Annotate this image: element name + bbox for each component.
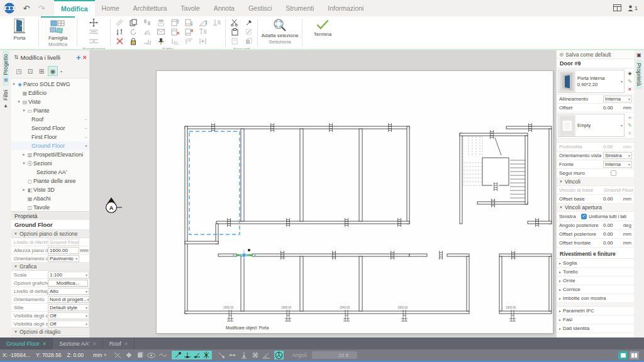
tree-item-piante-delle-aree[interactable]: ◻Piante delle aree <box>11 177 89 185</box>
justify-high-button[interactable] <box>182 36 196 46</box>
tab-modifica[interactable]: Modifica <box>54 0 95 16</box>
diamond-snap-toggle[interactable] <box>124 351 133 359</box>
angle-input[interactable]: 22.5 <box>312 351 357 359</box>
tree-item-piante[interactable]: ▾▭Piante <box>11 106 89 115</box>
distribute-h-button[interactable] <box>196 36 209 46</box>
view-tab-ground-floor[interactable]: Ground Floor× <box>0 337 53 349</box>
tree-item-sezioni[interactable]: ▾ⒶSezioni <box>11 159 89 168</box>
section-grafica[interactable]: ▼Grafica <box>11 263 89 271</box>
attach-base-button[interactable] <box>182 18 196 27</box>
close-tab-icon[interactable]: × <box>125 341 128 347</box>
orientamento-nord-select[interactable]: Nord di progett...▾ <box>48 296 89 303</box>
attach-top-button[interactable] <box>168 18 182 27</box>
section-vincoli[interactable]: ▼Vincoli <box>557 178 634 186</box>
single-view-button[interactable] <box>618 351 628 359</box>
split-view-button[interactable] <box>630 351 639 359</box>
snap-parallel-toggle[interactable] <box>228 351 237 359</box>
visibilita-select-1[interactable]: Off▾ <box>48 312 89 319</box>
tree-item-abachi[interactable]: ▦Abachi <box>11 194 89 203</box>
eyedropper-button[interactable] <box>242 18 255 27</box>
altezza-piano-input[interactable]: 1600.00 <box>48 247 79 254</box>
section-cornice[interactable]: ▸Cornice <box>557 285 634 294</box>
sidebar-tab-proprieta[interactable]: Proprietà <box>636 60 642 89</box>
snap-node-toggle[interactable] <box>239 351 248 359</box>
offset-frontale-input[interactable]: 0.00 <box>603 240 622 246</box>
close-tab-icon[interactable]: × <box>43 341 46 347</box>
remove-empty-icon[interactable]: × <box>628 130 631 136</box>
section-imbotte[interactable]: ▸Imbotte con mostra <box>557 294 634 303</box>
close-tab-icon[interactable]: × <box>93 341 96 347</box>
opzioni-grafiche-button[interactable]: Modifica... <box>48 280 88 287</box>
visibilita-select-2[interactable]: Off▾ <box>48 321 89 327</box>
align-center-button[interactable] <box>87 36 101 46</box>
detach-top-button[interactable] <box>168 27 182 36</box>
section-ornie[interactable]: ▸Ornie <box>557 277 634 285</box>
tree-item-viste[interactable]: ▾▤Viste <box>11 97 89 106</box>
selected-room-outline[interactable] <box>189 131 240 234</box>
tree-item-ground-floor[interactable]: Ground Floor▾ <box>11 141 89 150</box>
protractor-toggle[interactable] <box>262 351 271 359</box>
user-indicator[interactable]: 1 <box>628 5 638 11</box>
align-top-button[interactable] <box>196 27 209 36</box>
drawing-canvas[interactable]: A <box>90 50 556 337</box>
tab-home[interactable]: Home <box>95 0 126 16</box>
porta-button[interactable]: Porta <box>3 16 36 41</box>
envelope-button[interactable] <box>154 27 168 36</box>
mirror-tool-button[interactable] <box>140 27 154 36</box>
copy-tool-button[interactable] <box>126 18 140 27</box>
edit-off-toggle[interactable] <box>113 351 122 359</box>
offset-input[interactable]: 0.00 <box>603 105 622 111</box>
panel-pin-icon[interactable]: ▣ <box>636 50 641 60</box>
hatch-tool-button[interactable] <box>113 18 126 27</box>
tab-gestisci[interactable]: Gestisci <box>242 0 279 16</box>
unit-dropdown[interactable]: mm▼ <box>93 352 107 358</box>
snap-perpendicular-toggle[interactable] <box>192 351 201 359</box>
snap-nearest-toggle[interactable] <box>216 351 226 359</box>
dettaglio-select[interactable]: Alto▾ <box>48 288 89 295</box>
adatta-selezione-button[interactable]: Adatta selezione <box>260 16 300 38</box>
remove-door-icon[interactable]: × <box>628 86 631 92</box>
stile-select[interactable]: Default style▾ <box>48 304 89 311</box>
favorite-icon[interactable]: ★ <box>627 114 632 121</box>
tab-architettura[interactable]: Architettura <box>126 0 174 16</box>
visibility-toggle[interactable] <box>147 351 156 359</box>
tree-item-prospetti[interactable]: ▸▥Prospetti/Elevazioni <box>11 150 89 159</box>
tree-item-first-floor[interactable]: First Floor~ <box>11 133 89 141</box>
toolbar-dropdown-caret[interactable]: ▾ <box>60 69 62 74</box>
drawing-sheet[interactable]: 1900.00 1900.00 1540.00 1900.00 1900.00 <box>156 70 553 334</box>
duplicate-view-button[interactable]: ⊞ <box>36 66 47 76</box>
lock-button[interactable] <box>126 36 140 46</box>
paste-special-button[interactable] <box>154 18 168 27</box>
curve-toggle[interactable] <box>158 351 167 359</box>
tree-item-edificio[interactable]: ▦Edificio <box>11 89 89 97</box>
edit-empty-icon[interactable]: ✎ <box>628 123 632 128</box>
section-torello[interactable]: ▸Torello <box>557 268 634 277</box>
paste-button[interactable] <box>228 27 242 36</box>
detach-base-button[interactable] <box>182 27 196 36</box>
tree-item-roof[interactable]: Roof~ <box>11 115 89 124</box>
flip-vertical-button[interactable] <box>113 27 126 36</box>
pin-button[interactable] <box>154 36 168 46</box>
famiglia-button[interactable]: Famiglia <box>41 16 75 41</box>
tree-item-sezione-aa[interactable]: Sezione AA' <box>11 168 89 177</box>
expand-tool-button[interactable]: ◳ <box>14 66 24 76</box>
snap-intersection-toggle[interactable] <box>201 351 211 359</box>
add-level-button[interactable]: + <box>76 53 81 62</box>
paste-format-button[interactable] <box>228 36 242 46</box>
offset-posteriore-input[interactable]: 0.00 <box>603 231 622 237</box>
section-parametri-ifc[interactable]: ▸Parametri IFC <box>557 307 634 315</box>
redo-button[interactable]: ↷ <box>34 0 49 16</box>
section-vincoli-apertura[interactable]: ▼Vincoli apertura <box>557 204 634 212</box>
offset-tool-button[interactable] <box>140 36 154 46</box>
save-default-button[interactable]: ⊛ Salva come default <box>557 50 634 59</box>
snap-endpoint-toggle[interactable] <box>173 351 182 359</box>
orbit-3d-toggle[interactable] <box>274 351 284 359</box>
justify-low-button[interactable] <box>168 36 182 46</box>
tree-item-tavole[interactable]: ◫Tavole <box>11 203 89 211</box>
format-painter-button[interactable] <box>242 27 255 36</box>
sidebar-tab-progetto[interactable]: ⊞ Progetto <box>3 50 9 86</box>
orientamento-select[interactable]: Pavimento▾ <box>48 255 79 262</box>
section-soglia[interactable]: ▸Soglia <box>557 259 634 268</box>
tree-item-parco-sole-dwg[interactable]: ▾◈Parco SOLE DWG <box>11 80 89 89</box>
empty-type-select[interactable]: Empty ▾ <box>558 114 625 137</box>
